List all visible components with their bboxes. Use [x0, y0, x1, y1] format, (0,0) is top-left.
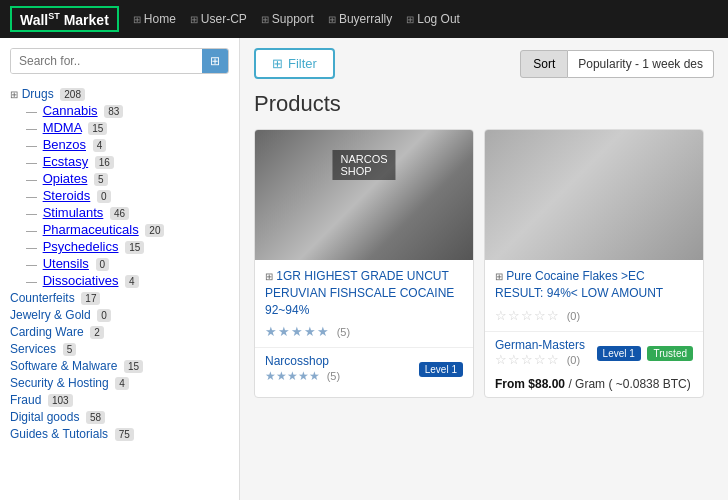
nav-user-cp[interactable]: ⊞ User-CP [190, 12, 247, 26]
level-badge-1: Level 1 [419, 362, 463, 377]
guides-count: 75 [115, 428, 134, 441]
sidebar-item-digital[interactable]: Digital goods 58 [10, 409, 229, 424]
vendor-stars-2: ☆☆☆☆☆ [495, 352, 560, 367]
stimulants-link[interactable]: Stimulants [43, 205, 104, 220]
guides-link[interactable]: Guides & Tutorials [10, 427, 108, 441]
sidebar-item-ecstasy[interactable]: Ecstasy 16 [26, 154, 229, 169]
digital-link[interactable]: Digital goods [10, 410, 79, 424]
software-link[interactable]: Software & Malware [10, 359, 117, 373]
sidebar-item-software[interactable]: Software & Malware 15 [10, 358, 229, 373]
vendor-info-1: Narcosshop ★★★★★ (5) [265, 354, 340, 383]
drugs-link[interactable]: Drugs [22, 87, 54, 101]
utensils-count: 0 [96, 258, 110, 271]
sidebar: ⊞ ⊞ Drugs 208 Cannabis 83 MDMA 15 Benzos… [0, 38, 240, 500]
jewelry-link[interactable]: Jewelry & Gold [10, 308, 91, 322]
home-icon: ⊞ [133, 14, 141, 25]
counterfeits-link[interactable]: Counterfeits [10, 291, 75, 305]
search-input[interactable] [11, 49, 202, 73]
stimulants-count: 46 [110, 207, 129, 220]
product-image-1: NARCOSSHOP [255, 130, 473, 260]
sidebar-item-stimulants[interactable]: Stimulants 46 [26, 205, 229, 220]
sidebar-item-guides[interactable]: Guides & Tutorials 75 [10, 426, 229, 441]
sidebar-item-services[interactable]: Services 5 [10, 341, 229, 356]
sidebar-item-fraud[interactable]: Fraud 103 [10, 392, 229, 407]
pharmaceuticals-count: 20 [145, 224, 164, 237]
filter-button[interactable]: ⊞ Filter [254, 48, 335, 79]
nav-buyerrally-label: Buyerrally [339, 12, 392, 26]
utensils-link[interactable]: Utensils [43, 256, 89, 271]
drugs-count: 208 [60, 88, 85, 101]
sidebar-item-pharmaceuticals[interactable]: Pharmaceuticals 20 [26, 222, 229, 237]
product-icon-2: ⊞ [495, 271, 503, 282]
products-title: Products [254, 91, 714, 117]
mdma-link[interactable]: MDMA [43, 120, 82, 135]
price-btc-2: / Gram ( ~0.0838 BTC) [568, 377, 690, 391]
sidebar-item-mdma[interactable]: MDMA 15 [26, 120, 229, 135]
product-title-2[interactable]: ⊞ Pure Cocaine Flakes >EC RESULT: 94%< L… [495, 268, 693, 302]
carding-link[interactable]: Carding Ware [10, 325, 84, 339]
search-button[interactable]: ⊞ [202, 49, 228, 73]
filter-icon: ⊞ [272, 56, 283, 71]
product-body-1: ⊞ 1GR HIGHEST GRADE UNCUT PERUVIAN FISHS… [255, 260, 473, 347]
opiates-link[interactable]: Opiates [43, 171, 88, 186]
trusted-badge-2: Trusted [647, 346, 693, 361]
counterfeits-count: 17 [81, 292, 100, 305]
security-link[interactable]: Security & Hosting [10, 376, 109, 390]
cannabis-link[interactable]: Cannabis [43, 103, 98, 118]
nav-logout[interactable]: ⊞ Log Out [406, 12, 460, 26]
nav-support[interactable]: ⊞ Support [261, 12, 314, 26]
top-navigation: WallST Market ⊞ Home ⊞ User-CP ⊞ Support… [0, 0, 728, 38]
security-count: 4 [115, 377, 129, 390]
sidebar-item-opiates[interactable]: Opiates 5 [26, 171, 229, 186]
filter-label: Filter [288, 56, 317, 71]
sidebar-item-steroids[interactable]: Steroids 0 [26, 188, 229, 203]
sidebar-item-security[interactable]: Security & Hosting 4 [10, 375, 229, 390]
steroids-link[interactable]: Steroids [43, 188, 91, 203]
product-image-2 [485, 130, 703, 260]
sidebar-item-cannabis[interactable]: Cannabis 83 [26, 103, 229, 118]
digital-count: 58 [86, 411, 105, 424]
nav-buyerrally[interactable]: ⊞ Buyerrally [328, 12, 392, 26]
sidebar-item-counterfeits[interactable]: Counterfeits 17 [10, 290, 229, 305]
product-badges-2: Level 1 Trusted [597, 345, 693, 360]
sidebar-item-benzos[interactable]: Benzos 4 [26, 137, 229, 152]
product-price-2: From $88.00 / Gram ( ~0.0838 BTC) [485, 373, 703, 397]
rating-count-1: (5) [337, 326, 350, 338]
cannabis-count: 83 [104, 105, 123, 118]
fraud-link[interactable]: Fraud [10, 393, 41, 407]
sidebar-item-drugs[interactable]: ⊞ Drugs 208 [10, 86, 229, 101]
search-box: ⊞ [10, 48, 229, 74]
sidebar-item-carding[interactable]: Carding Ware 2 [10, 324, 229, 339]
rating-count-2: (0) [567, 310, 580, 322]
drugs-icon: ⊞ [10, 89, 18, 100]
benzos-count: 4 [93, 139, 107, 152]
products-grid: NARCOSSHOP ⊞ 1GR HIGHEST GRADE UNCUT PER… [254, 129, 714, 398]
stars-filled-1: ★★★★★ [265, 324, 330, 339]
sort-button[interactable]: Sort [520, 50, 568, 78]
sidebar-item-utensils[interactable]: Utensils 0 [26, 256, 229, 271]
product-title-1[interactable]: ⊞ 1GR HIGHEST GRADE UNCUT PERUVIAN FISHS… [265, 268, 463, 318]
pharmaceuticals-link[interactable]: Pharmaceuticals [43, 222, 139, 237]
vendor-stars-1: ★★★★★ [265, 369, 320, 383]
dissociatives-link[interactable]: Dissociatives [43, 273, 119, 288]
vendor-name-1[interactable]: Narcosshop [265, 354, 340, 368]
sidebar-item-dissociatives[interactable]: Dissociatives 4 [26, 273, 229, 288]
vendor-info-2: German-Masters ☆☆☆☆☆ (0) [495, 338, 585, 367]
nav-home[interactable]: ⊞ Home [133, 12, 176, 26]
logout-icon: ⊞ [406, 14, 414, 25]
nav-links: ⊞ Home ⊞ User-CP ⊞ Support ⊞ Buyerrally … [133, 12, 460, 26]
sort-value[interactable]: Popularity - 1 week des [568, 50, 714, 78]
ecstasy-count: 16 [95, 156, 114, 169]
stars-empty-2: ☆☆☆☆☆ [495, 308, 560, 323]
sidebar-item-psychedelics[interactable]: Psychedelics 15 [26, 239, 229, 254]
benzos-link[interactable]: Benzos [43, 137, 86, 152]
logo[interactable]: WallST Market [10, 6, 119, 33]
vendor-name-2[interactable]: German-Masters [495, 338, 585, 352]
ecstasy-link[interactable]: Ecstasy [43, 154, 89, 169]
product-footer-2: German-Masters ☆☆☆☆☆ (0) Level 1 Trusted [485, 331, 703, 373]
psychedelics-link[interactable]: Psychedelics [43, 239, 119, 254]
services-link[interactable]: Services [10, 342, 56, 356]
nav-home-label: Home [144, 12, 176, 26]
nav-user-cp-label: User-CP [201, 12, 247, 26]
sidebar-item-jewelry[interactable]: Jewelry & Gold 0 [10, 307, 229, 322]
